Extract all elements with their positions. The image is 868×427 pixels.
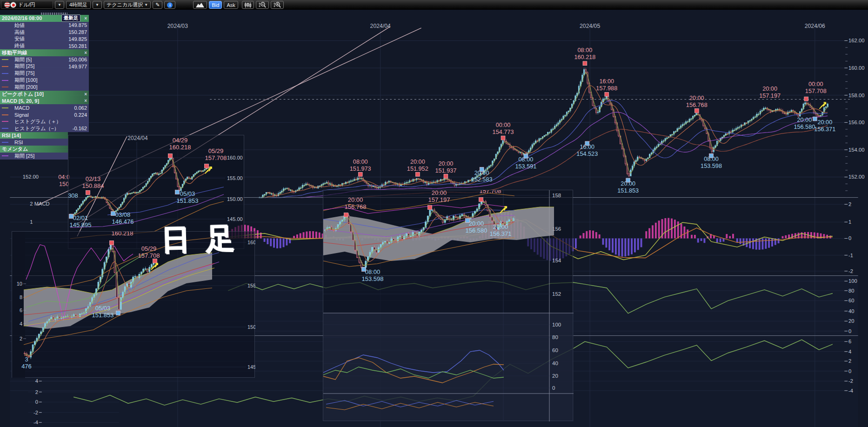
panel-value: 150.287 bbox=[68, 29, 87, 35]
panel-header-モメンタム[interactable]: モメンタム bbox=[0, 146, 68, 153]
panel-value: 150.281 bbox=[68, 43, 87, 49]
currency-pair-selector[interactable]: ドル/円 bbox=[1, 1, 53, 9]
svg-text:2024/06: 2024/06 bbox=[805, 23, 825, 29]
svg-text:156.580: 156.580 bbox=[794, 124, 815, 130]
panel-header-2024/02/16 08:00[interactable]: 2024/02/16 08:00最新足× bbox=[0, 15, 89, 22]
svg-text:150.00: 150.00 bbox=[227, 196, 243, 202]
panel-row-期間 [100]: 期間 [100] bbox=[0, 77, 89, 84]
panel-label: 始値 bbox=[14, 22, 25, 29]
panel-label: 期間 [75] bbox=[14, 70, 34, 77]
svg-text:02/13: 02/13 bbox=[86, 175, 101, 182]
close-icon[interactable]: × bbox=[82, 16, 87, 21]
svg-text:2 MACD: 2 MACD bbox=[30, 201, 49, 207]
panel-label: ヒストグラム（＋） bbox=[14, 118, 61, 125]
close-icon[interactable]: × bbox=[82, 50, 87, 55]
svg-text:157.708: 157.708 bbox=[805, 88, 827, 94]
panel-drag-handle[interactable] bbox=[41, 13, 67, 15]
svg-text:20:00: 20:00 bbox=[410, 159, 425, 165]
svg-text:156.768: 156.768 bbox=[686, 102, 708, 108]
panel-label: RSI bbox=[14, 140, 23, 145]
panel-label: 安値 bbox=[14, 35, 25, 42]
svg-text:05/03: 05/03 bbox=[95, 305, 111, 312]
panel-row-Signal: Signal0.224 bbox=[0, 111, 89, 118]
info-icon: i bbox=[167, 2, 173, 8]
latest-bar-button[interactable]: 最新足 bbox=[61, 14, 81, 22]
svg-text:152: 152 bbox=[552, 291, 561, 297]
svg-text:0: 0 bbox=[552, 385, 555, 391]
svg-text:156.00: 156.00 bbox=[848, 120, 864, 125]
svg-text:154.523: 154.523 bbox=[576, 151, 598, 157]
line-color-swatch bbox=[2, 114, 8, 115]
svg-text:100: 100 bbox=[848, 278, 857, 284]
indicator-data-panel[interactable]: 2024/02/16 08:00最新足×始値149.875高値150.287安値… bbox=[0, 13, 89, 160]
svg-text:-2: -2 bbox=[848, 268, 853, 274]
panel-label: 終値 bbox=[14, 42, 25, 49]
svg-text:152.00: 152.00 bbox=[848, 174, 864, 180]
panel-row-期間 [75]: 期間 [75] bbox=[0, 70, 89, 77]
line-color-swatch bbox=[2, 59, 8, 60]
line-color-swatch bbox=[2, 128, 8, 129]
svg-text:80: 80 bbox=[848, 288, 854, 294]
chevron-down-icon: ▼ bbox=[144, 3, 148, 7]
close-icon[interactable]: × bbox=[82, 98, 87, 103]
inset3-svg: 15815615415210080604020020:00156.76820:0… bbox=[323, 190, 574, 421]
svg-text:4: 4 bbox=[848, 349, 851, 354]
svg-text:157.197: 157.197 bbox=[759, 93, 781, 99]
panel-header-MACD [5, 20, 9][interactable]: MACD [5, 20, 9]× bbox=[0, 98, 89, 105]
svg-text:20:00: 20:00 bbox=[493, 223, 508, 230]
svg-text:10: 10 bbox=[17, 281, 22, 287]
panel-row-ヒストグラム（＋）: ヒストグラム（＋） bbox=[0, 118, 89, 125]
svg-text:04/29: 04/29 bbox=[173, 137, 188, 144]
svg-text:2: 2 bbox=[35, 389, 38, 395]
panel-row-ヒストグラム（−）: ヒストグラム（−）-0.162 bbox=[0, 125, 89, 132]
pair-dropdown-button[interactable]: ▼ bbox=[55, 1, 64, 9]
svg-text:151.937: 151.937 bbox=[435, 167, 456, 174]
panel-label: 期間 [200] bbox=[14, 84, 38, 91]
svg-text:20:00: 20:00 bbox=[817, 119, 832, 126]
svg-text:157.708: 157.708 bbox=[205, 154, 227, 161]
svg-text:00:00: 00:00 bbox=[496, 122, 511, 128]
line-color-swatch bbox=[2, 155, 8, 156]
panel-value: 149.825 bbox=[68, 36, 87, 42]
svg-text:162.00: 162.00 bbox=[848, 38, 864, 43]
svg-text:6: 6 bbox=[848, 339, 851, 344]
timeframe-selector[interactable]: 4時間足 bbox=[66, 1, 91, 9]
zoom-out-button[interactable] bbox=[256, 1, 269, 9]
svg-text:157.988: 157.988 bbox=[596, 85, 617, 92]
svg-text:151.853: 151.853 bbox=[177, 197, 199, 204]
svg-text:151.973: 151.973 bbox=[350, 166, 371, 172]
draw-pencil-button[interactable]: ✎ bbox=[153, 1, 162, 9]
svg-text:158.00: 158.00 bbox=[848, 93, 864, 98]
svg-text:1: 1 bbox=[848, 219, 851, 225]
svg-text:20: 20 bbox=[848, 318, 854, 324]
panel-value: 149.977 bbox=[68, 64, 87, 69]
svg-text:00:00: 00:00 bbox=[808, 81, 823, 87]
svg-text:153.598: 153.598 bbox=[701, 163, 722, 169]
candle-chart-button[interactable] bbox=[242, 1, 254, 9]
line-color-swatch bbox=[2, 87, 8, 87]
panel-value: 150.006 bbox=[68, 57, 87, 62]
panel-label: RSI [14] bbox=[2, 133, 21, 138]
panel-header-移動平均線[interactable]: 移動平均線× bbox=[0, 49, 89, 56]
chart-stage[interactable]: 2024/032024/042024/052024/06162.00160.00… bbox=[0, 10, 868, 427]
panel-header-RSI [14][interactable]: RSI [14] bbox=[0, 132, 68, 139]
toolbar: ドル/円 ▼ 4時間足 ▼ テクニカル選択 ▼ ✎ i Bid Ask bbox=[0, 0, 868, 10]
chevron-down-icon: ▼ bbox=[95, 3, 99, 7]
timeframe-dropdown-button[interactable]: ▼ bbox=[93, 1, 102, 9]
zoom-in-button[interactable] bbox=[271, 1, 284, 9]
svg-text:08:00: 08:00 bbox=[353, 159, 368, 165]
svg-text:05/29: 05/29 bbox=[208, 147, 224, 154]
handwritten-annotation-daily: 日足 bbox=[160, 218, 251, 260]
panel-header-ピークボトム [10][interactable]: ピークボトム [10]× bbox=[0, 91, 89, 98]
area-chart-button[interactable] bbox=[193, 1, 207, 9]
svg-text:151.952: 151.952 bbox=[407, 166, 428, 172]
svg-text:8: 8 bbox=[20, 294, 22, 300]
svg-text:145.895: 145.895 bbox=[70, 221, 92, 228]
panel-value: 0.224 bbox=[74, 112, 87, 118]
close-icon[interactable]: × bbox=[82, 92, 87, 97]
technical-select-button[interactable]: テクニカル選択 ▼ bbox=[104, 1, 151, 9]
inset-4h-ichimoku-window[interactable]: 15815615415210080604020020:00156.76820:0… bbox=[323, 190, 573, 421]
info-button[interactable]: i bbox=[164, 1, 175, 9]
ask-button[interactable]: Ask bbox=[224, 1, 238, 9]
bid-button[interactable]: Bid bbox=[209, 1, 222, 9]
